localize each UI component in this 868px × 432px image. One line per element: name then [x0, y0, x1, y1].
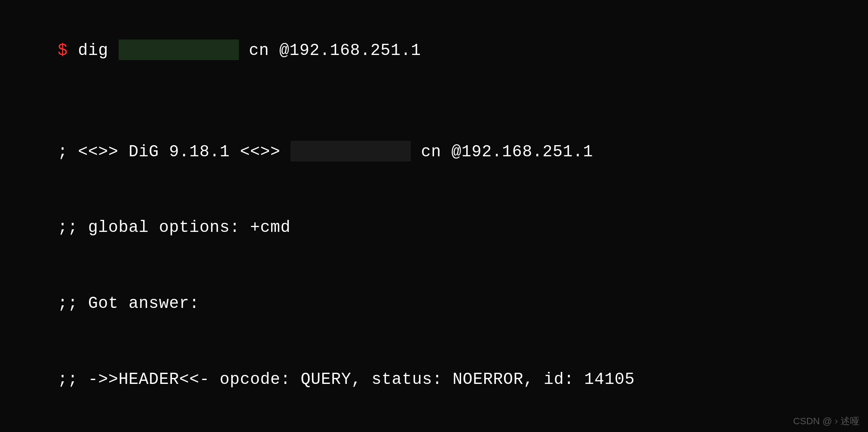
dig-header-suffix: cn @192.168.251.1	[411, 143, 593, 161]
terminal: $ dig cn @192.168.251.1 ; <<>> DiG 9.18.…	[0, 0, 868, 432]
got-answer-line: ;; Got answer:	[17, 266, 851, 342]
got-answer-text: ;; Got answer:	[58, 294, 199, 313]
prompt-dollar: $	[58, 41, 68, 60]
dig-header-line: ; <<>> DiG 9.18.1 <<>> cn @192.168.251.1	[17, 114, 851, 190]
dig-header-redacted	[290, 141, 411, 161]
prompt-line: $ dig cn @192.168.251.1	[17, 13, 851, 89]
prompt-suffix: cn @192.168.251.1	[239, 41, 421, 60]
header-line: ;; ->>HEADER<<- opcode: QUERY, status: N…	[17, 342, 851, 418]
watermark: CSDN @ › 述哑	[793, 415, 859, 428]
global-options-text: ;; global options: +cmd	[58, 218, 290, 237]
prompt-command: dig	[68, 41, 119, 60]
dig-header-prefix: ; <<>> DiG 9.18.1 <<>>	[58, 143, 290, 161]
flags-line: ;; flags: qr aa rd ra; QUERY: 1, ANSWER:…	[17, 417, 851, 432]
header-text: ;; ->>HEADER<<- opcode: QUERY, status: N…	[58, 370, 635, 389]
prompt-redacted	[119, 40, 239, 60]
global-options-line: ;; global options: +cmd	[17, 190, 851, 266]
empty-line-0	[17, 89, 851, 114]
